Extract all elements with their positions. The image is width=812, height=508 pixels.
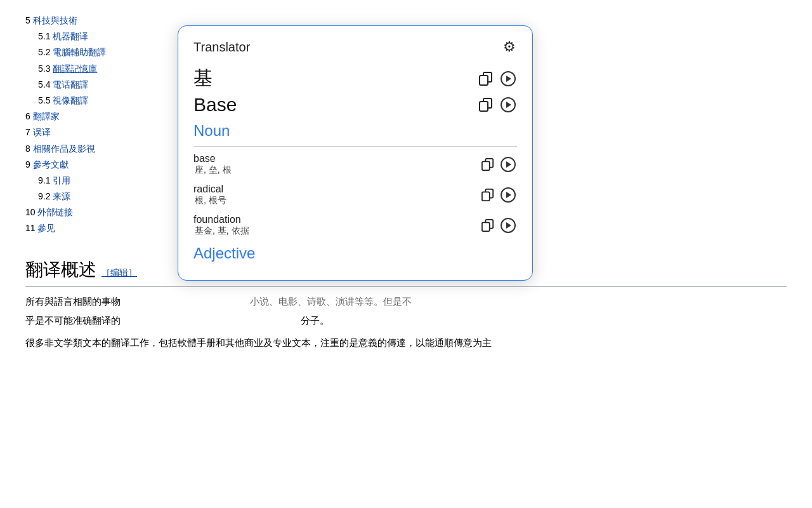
def-radical-copy-button[interactable]: [480, 187, 495, 203]
translator-popup: Translator ⚙ 基: [178, 25, 533, 281]
gear-icon: ⚙: [503, 39, 516, 55]
source-char: 基: [193, 65, 213, 91]
def-icons-foundation: [480, 217, 517, 234]
def-word-row-base: base 座, 垒, 根: [193, 153, 517, 176]
edit-link[interactable]: ［编辑］: [102, 265, 137, 279]
def-word-text-foundation: foundation 基金, 基, 依据: [193, 214, 249, 237]
svg-rect-7: [482, 192, 490, 201]
base-word-row: Base: [193, 94, 517, 116]
svg-rect-3: [480, 102, 488, 111]
translator-title: Translator: [193, 40, 250, 55]
noun-divider: [193, 146, 517, 147]
source-char-icons: [478, 70, 517, 88]
wiki-body-line3: 很多非文学類文本的翻译工作，包括軟體手册和其他商业及专业文本，注重的是意義的傳達…: [25, 335, 787, 351]
toc-item-5-5[interactable]: 5.5 視像翻譯: [38, 93, 197, 109]
def-base-copy-button[interactable]: [480, 157, 495, 172]
toc-item-11[interactable]: 11 參见: [25, 220, 197, 236]
toc-item-5-4[interactable]: 5.4 電话翻譯: [38, 77, 197, 93]
play-icon-def-base: [501, 157, 516, 172]
copy-icon-small-radical: [481, 189, 494, 201]
translator-header: Translator ⚙: [178, 26, 532, 65]
def-block-base: base 座, 垒, 根: [193, 153, 517, 176]
settings-button[interactable]: ⚙: [502, 37, 517, 57]
svg-rect-9: [482, 222, 490, 231]
toc-item-5-3[interactable]: 5.3 翻譯記憶庫: [38, 61, 197, 77]
source-char-play-button[interactable]: [499, 70, 517, 88]
toc-item-10[interactable]: 10 外部链接: [25, 204, 197, 220]
copy-icon: [479, 72, 493, 86]
play-icon: [501, 71, 516, 86]
adjective-heading: Adjective: [193, 244, 517, 262]
toc-item-6[interactable]: 6 翻譯家: [25, 109, 197, 124]
source-char-copy-button[interactable]: [478, 70, 494, 87]
source-char-row: 基: [193, 65, 517, 91]
copy-icon-small-foundation: [481, 219, 494, 232]
toc-item-5-2[interactable]: 5.2 電腦輔助翻譯: [38, 44, 197, 60]
wiki-body-line1: 所有與語言相關的事物 小说、电影、诗歌、演讲等等。但是不: [25, 293, 787, 310]
play-icon-def-foundation: [501, 218, 516, 233]
copy-icon: [479, 98, 493, 112]
toc-item-8[interactable]: 8 相關作品及影視: [25, 141, 197, 157]
svg-rect-5: [482, 161, 490, 170]
base-word-play-button[interactable]: [499, 96, 517, 114]
def-word-row-foundation: foundation 基金, 基, 依据: [193, 214, 517, 237]
def-word-text-base: base 座, 垒, 根: [193, 153, 232, 176]
noun-heading: Noun: [193, 122, 517, 140]
toc-item-5-1[interactable]: 5.1 机器翻译: [38, 29, 197, 44]
def-word-text-radical: radical 根, 根号: [193, 184, 226, 206]
def-word-row-radical: radical 根, 根号: [193, 184, 517, 206]
toc-item-9-2[interactable]: 9.2 来源: [38, 189, 197, 204]
toc-item-9-1[interactable]: 9.1 引用: [38, 173, 197, 189]
def-radical-play-button[interactable]: [499, 186, 517, 204]
toc-item-5[interactable]: 5 科技與技術: [25, 13, 197, 29]
def-icons-radical: [480, 186, 517, 204]
table-of-contents: 5 科技與技術 5.1 机器翻译 5.2 電腦輔助翻譯 5.3 翻譯記憶庫 5.…: [25, 13, 197, 237]
def-block-radical: radical 根, 根号: [193, 184, 517, 206]
base-word-copy-button[interactable]: [478, 97, 494, 113]
def-block-foundation: foundation 基金, 基, 依据: [193, 214, 517, 237]
wiki-body-line2: 乎是不可能准确翻译的 分子。: [25, 312, 787, 329]
def-foundation-copy-button[interactable]: [480, 218, 495, 233]
def-foundation-play-button[interactable]: [499, 217, 517, 234]
base-word-icons: [478, 96, 517, 114]
copy-icon-small: [481, 158, 494, 171]
play-icon-def-radical: [501, 187, 516, 203]
play-icon-base: [501, 97, 516, 112]
def-icons-base: [480, 156, 517, 173]
base-word: Base: [193, 94, 237, 116]
translator-body[interactable]: 基 Base: [178, 65, 532, 280]
def-base-play-button[interactable]: [499, 156, 517, 173]
toc-item-9[interactable]: 9 參考文獻: [25, 157, 197, 173]
toc-item-7[interactable]: 7 误译: [25, 124, 197, 140]
svg-rect-1: [480, 76, 488, 85]
